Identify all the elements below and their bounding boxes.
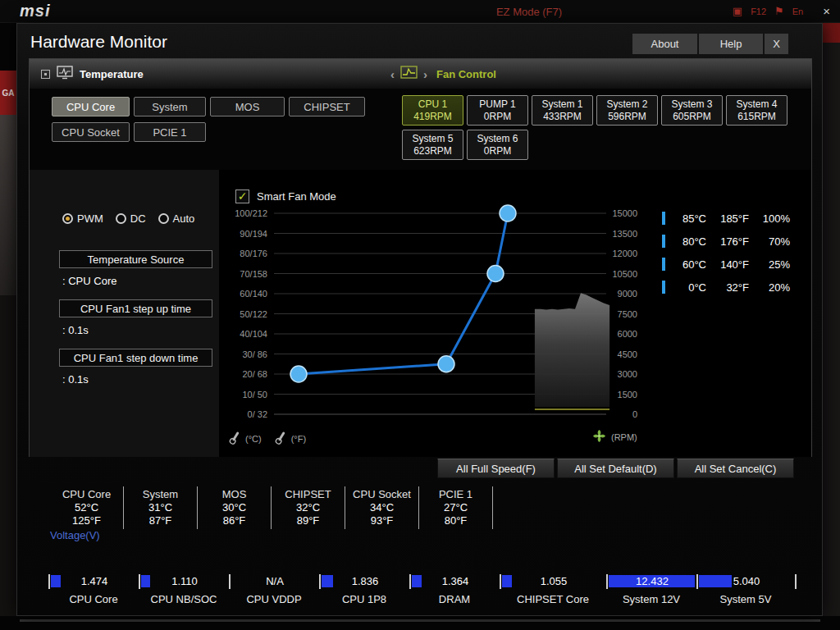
temperature-readout-fahrenheit: 80°F [419, 514, 492, 527]
bios-close-button[interactable]: × [823, 4, 830, 18]
legend-color-bar [662, 235, 665, 248]
legend-color-bar [662, 212, 665, 225]
fan-prev-arrow[interactable]: ‹ [390, 67, 395, 81]
f12-label: F12 [751, 7, 766, 16]
right-axis-label: 0 [632, 409, 637, 419]
fan-mode-label: DC [130, 212, 146, 225]
setting-temperature-source: Temperature Source: CPU Core [59, 250, 215, 287]
left-axis-label: 20/ 68 [242, 369, 267, 379]
temperature-readout-celsius: 31°C [124, 501, 197, 514]
right-axis-label: 4500 [618, 349, 637, 359]
legend-fahrenheit: 176°F [706, 235, 749, 248]
smart-fan-checkbox[interactable]: ✓ [235, 189, 249, 203]
fan-curve-point[interactable] [500, 205, 516, 221]
fan-tab-rpm: 615RPM [737, 111, 776, 123]
fan-curve-chart[interactable]: 100/2121500090/1941350080/1761200070/158… [223, 203, 650, 427]
fan-mode-radio-dc[interactable] [116, 213, 126, 224]
fan-tab-system-2[interactable]: System 2596RPM [596, 95, 658, 126]
temperature-readout-celsius: 34°C [345, 501, 418, 514]
fan-tab-pump-1[interactable]: PUMP 10RPM [467, 95, 528, 126]
temp-tab-system[interactable]: System [134, 97, 206, 116]
fan-icon [592, 429, 606, 445]
temperature-readout-pcie-1: PCIE 127°C80°F [419, 486, 493, 529]
fan-mode-radio-pwm[interactable] [62, 213, 73, 224]
fan-control-icon [400, 66, 418, 82]
right-axis-label: 12000 [612, 249, 637, 258]
setting-button-cpu-fan1-step-up-time[interactable]: CPU Fan1 step up time [59, 299, 212, 317]
fan-tab-system-3[interactable]: System 3605RPM [661, 95, 723, 126]
fan-mode-radio-auto[interactable] [158, 213, 169, 224]
voltage-bar-cpu-nb-soc: 1.110 [139, 574, 229, 589]
left-axis-label: 10/ 50 [242, 390, 267, 399]
temperature-readout-name: CPU Core [50, 488, 123, 501]
fan-tab-name: System 5 [412, 133, 453, 145]
fan-curve-point[interactable] [438, 356, 454, 372]
right-axis-label: 6000 [618, 329, 637, 339]
monitor-panel: Temperature ‹ › Fan Control CPU CoreSyst… [29, 58, 812, 457]
hardware-monitor-window: Hardware Monitor About Help X Temper [16, 23, 823, 616]
left-axis-label: 40/104 [240, 329, 267, 339]
setting-button-temperature-source[interactable]: Temperature Source [59, 250, 212, 268]
temperature-monitor-icon [57, 66, 73, 83]
legend-duty: 100% [749, 212, 790, 225]
setting-value: : 0.1s [62, 373, 215, 386]
fan-next-arrow[interactable]: › [423, 67, 427, 81]
legend-row: 80°C176°F70% [662, 230, 793, 253]
window-buttons: About Help X [632, 34, 788, 54]
left-axis-label: 60/140 [240, 289, 267, 299]
voltage-value: 1.110 [140, 575, 229, 587]
temperature-readout-name: CHIPSET [272, 488, 345, 501]
fan-tabs: CPU 1419RPMPUMP 10RPMSystem 1433RPMSyste… [402, 95, 802, 164]
temperature-readout-chipset: CHIPSET32°C89°F [272, 486, 345, 529]
fan-tab-system-1[interactable]: System 1433RPM [532, 95, 593, 126]
temp-tab-mos[interactable]: MOS [210, 97, 285, 116]
x-axis-units: (°C) (°F) [229, 431, 306, 447]
temperature-readouts: CPU Core52°C125°FSystem31°C87°FMOS30°C86… [50, 486, 493, 529]
screenshot-icon[interactable]: ▣ [733, 5, 742, 17]
all-set-cancel-c-button[interactable]: All Set Cancel(C) [677, 459, 794, 478]
temperature-readout-name: MOS [198, 488, 271, 501]
voltage-value: 12.432 [608, 575, 696, 587]
fan-control-title: Fan Control [436, 68, 496, 80]
language-flag-icon[interactable]: ⚑ [774, 5, 784, 17]
bottom-edge-decoration [20, 619, 820, 622]
voltage-value: 1.836 [321, 575, 409, 587]
bios-top-bar: msi EZ Mode (F7) ▣ F12 ⚑ En × [0, 0, 840, 23]
fan-mode-label: PWM [77, 212, 103, 225]
fan-mode-option-dc[interactable]: DC [116, 212, 146, 225]
fan-curve-point[interactable] [487, 266, 504, 282]
fan-curve-point[interactable] [290, 366, 307, 382]
all-full-speed-f-button[interactable]: All Full Speed(F) [437, 459, 555, 478]
temperature-sensor-tabs: CPU CoreSystemMOSCHIPSETCPU SocketPCIE 1 [52, 97, 380, 148]
temperature-readout-fahrenheit: 87°F [124, 514, 197, 527]
fan-tab-name: PUMP 1 [479, 98, 515, 111]
temp-tab-pcie-1[interactable]: PCIE 1 [134, 122, 206, 142]
language-label[interactable]: En [792, 7, 803, 16]
setting-button-cpu-fan1-step-down-time[interactable]: CPU Fan1 step down time [59, 349, 212, 367]
voltage-name: CPU VDDP [229, 593, 319, 605]
fan-tab-system-4[interactable]: System 4615RPM [726, 95, 788, 126]
help-button[interactable]: Help [699, 34, 763, 54]
temp-tab-chipset[interactable]: CHIPSET [289, 97, 365, 116]
fan-mode-option-auto[interactable]: Auto [158, 212, 195, 225]
temperature-readout-name: PCIE 1 [419, 488, 492, 501]
fan-tab-cpu-1[interactable]: CPU 1419RPM [402, 95, 463, 126]
left-edge-decoration-dark [0, 295, 16, 616]
about-button[interactable]: About [632, 34, 697, 54]
ez-mode-button[interactable]: EZ Mode (F7) [459, 6, 599, 18]
right-axis-label: 15000 [612, 208, 637, 218]
left-edge-decoration [0, 115, 16, 295]
legend-fahrenheit: 140°F [706, 258, 749, 271]
setting-cpu-fan1-step-down-time: CPU Fan1 step down time: 0.1s [59, 349, 215, 386]
temp-tab-cpu-core[interactable]: CPU Core [52, 97, 130, 116]
fan-tab-system-5[interactable]: System 5623RPM [402, 130, 463, 160]
temperature-readout-cpu-core: CPU Core52°C125°F [50, 486, 124, 529]
temperature-readout-fahrenheit: 93°F [345, 514, 418, 527]
all-set-default-d-button[interactable]: All Set Default(D) [557, 459, 674, 478]
collapse-icon[interactable] [41, 70, 50, 79]
fan-tab-system-6[interactable]: System 60RPM [467, 130, 528, 160]
temp-tab-cpu-socket[interactable]: CPU Socket [52, 122, 130, 142]
window-close-button[interactable]: X [765, 34, 788, 54]
right-edge-decoration-red [823, 23, 840, 43]
fan-mode-option-pwm[interactable]: PWM [62, 212, 103, 225]
